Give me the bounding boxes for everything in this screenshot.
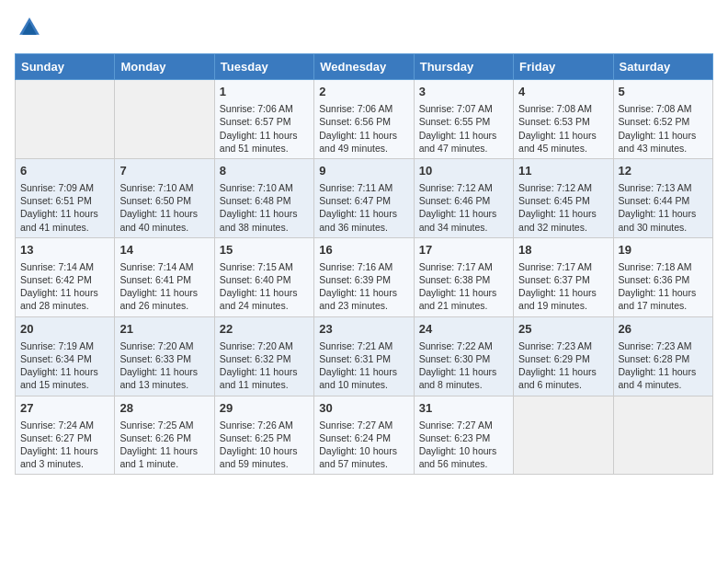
day-number: 27 bbox=[20, 400, 109, 417]
day-info: Sunrise: 7:06 AM bbox=[220, 102, 309, 115]
week-row-4: 20Sunrise: 7:19 AMSunset: 6:34 PMDayligh… bbox=[16, 316, 713, 396]
day-header-sunday: Sunday bbox=[16, 54, 115, 80]
logo bbox=[15, 15, 42, 44]
day-info: Sunrise: 7:20 AM bbox=[119, 339, 209, 352]
calendar-cell: 16Sunrise: 7:16 AMSunset: 6:39 PMDayligh… bbox=[314, 237, 414, 316]
day-info: Daylight: 11 hours and 36 minutes. bbox=[319, 207, 408, 233]
calendar-cell: 22Sunrise: 7:20 AMSunset: 6:32 PMDayligh… bbox=[214, 316, 313, 396]
day-info: Sunrise: 7:08 AM bbox=[619, 102, 708, 115]
day-number: 14 bbox=[119, 242, 209, 259]
calendar-cell: 4Sunrise: 7:08 AMSunset: 6:53 PMDaylight… bbox=[514, 80, 613, 159]
day-info: Sunrise: 7:16 AM bbox=[319, 260, 408, 273]
day-info: Sunrise: 7:22 AM bbox=[419, 339, 508, 352]
day-info: Sunrise: 7:19 AM bbox=[20, 339, 109, 352]
day-info: Sunset: 6:46 PM bbox=[419, 194, 508, 207]
day-header-tuesday: Tuesday bbox=[214, 54, 313, 80]
calendar-cell: 20Sunrise: 7:19 AMSunset: 6:34 PMDayligh… bbox=[16, 316, 115, 396]
day-info: Sunrise: 7:06 AM bbox=[319, 102, 408, 115]
day-info: Daylight: 11 hours and 23 minutes. bbox=[319, 286, 408, 312]
day-number: 31 bbox=[419, 400, 508, 417]
day-header-thursday: Thursday bbox=[414, 54, 513, 80]
day-number: 15 bbox=[220, 242, 309, 259]
week-row-2: 6Sunrise: 7:09 AMSunset: 6:51 PMDaylight… bbox=[16, 158, 713, 237]
day-number: 29 bbox=[220, 400, 309, 417]
day-number: 3 bbox=[419, 84, 508, 100]
day-info: Daylight: 10 hours and 56 minutes. bbox=[419, 444, 508, 470]
day-info: Daylight: 11 hours and 4 minutes. bbox=[619, 365, 708, 391]
day-number: 23 bbox=[319, 321, 408, 338]
header-row: SundayMondayTuesdayWednesdayThursdayFrid… bbox=[16, 54, 713, 80]
day-info: Sunrise: 7:14 AM bbox=[20, 260, 109, 273]
day-number: 22 bbox=[220, 321, 309, 338]
day-info: Sunset: 6:47 PM bbox=[319, 194, 408, 207]
day-info: Sunset: 6:28 PM bbox=[619, 352, 708, 365]
day-header-wednesday: Wednesday bbox=[314, 54, 414, 80]
day-info: Daylight: 11 hours and 19 minutes. bbox=[518, 286, 608, 312]
day-number: 19 bbox=[619, 242, 708, 259]
day-info: Daylight: 11 hours and 40 minutes. bbox=[119, 207, 209, 233]
week-row-3: 13Sunrise: 7:14 AMSunset: 6:42 PMDayligh… bbox=[16, 237, 713, 316]
day-info: Sunset: 6:37 PM bbox=[518, 273, 608, 286]
calendar-cell: 21Sunrise: 7:20 AMSunset: 6:33 PMDayligh… bbox=[115, 316, 214, 396]
day-number: 11 bbox=[518, 163, 608, 179]
day-info: Sunset: 6:24 PM bbox=[319, 431, 408, 444]
calendar-cell: 26Sunrise: 7:23 AMSunset: 6:28 PMDayligh… bbox=[613, 316, 712, 396]
day-info: Sunrise: 7:14 AM bbox=[119, 260, 209, 273]
day-number: 24 bbox=[419, 321, 508, 338]
calendar-cell: 24Sunrise: 7:22 AMSunset: 6:30 PMDayligh… bbox=[414, 316, 513, 396]
day-number: 7 bbox=[119, 163, 209, 179]
calendar-cell: 3Sunrise: 7:07 AMSunset: 6:55 PMDaylight… bbox=[414, 80, 513, 159]
day-info: Sunrise: 7:12 AM bbox=[518, 181, 608, 194]
day-info: Sunset: 6:25 PM bbox=[220, 431, 309, 444]
day-info: Daylight: 10 hours and 57 minutes. bbox=[319, 444, 408, 470]
day-number: 10 bbox=[419, 163, 508, 179]
day-info: Sunset: 6:30 PM bbox=[419, 352, 508, 365]
day-info: Sunrise: 7:12 AM bbox=[419, 181, 508, 194]
day-info: Sunrise: 7:20 AM bbox=[220, 339, 309, 352]
day-info: Sunrise: 7:13 AM bbox=[619, 181, 708, 194]
day-info: Daylight: 11 hours and 11 minutes. bbox=[220, 365, 309, 391]
calendar-cell: 10Sunrise: 7:12 AMSunset: 6:46 PMDayligh… bbox=[414, 158, 513, 237]
calendar-cell: 15Sunrise: 7:15 AMSunset: 6:40 PMDayligh… bbox=[214, 237, 313, 316]
calendar-cell bbox=[514, 396, 613, 475]
day-info: Sunset: 6:36 PM bbox=[619, 273, 708, 286]
day-info: Daylight: 11 hours and 15 minutes. bbox=[20, 365, 109, 391]
day-info: Sunset: 6:33 PM bbox=[119, 352, 209, 365]
day-info: Daylight: 11 hours and 24 minutes. bbox=[220, 286, 309, 312]
day-info: Sunset: 6:27 PM bbox=[20, 431, 109, 444]
page-container: SundayMondayTuesdayWednesdayThursdayFrid… bbox=[0, 0, 728, 484]
day-info: Sunrise: 7:25 AM bbox=[119, 419, 209, 431]
day-info: Sunset: 6:40 PM bbox=[220, 273, 309, 286]
day-number: 9 bbox=[319, 163, 408, 179]
day-info: Sunrise: 7:10 AM bbox=[220, 181, 309, 194]
day-number: 4 bbox=[518, 84, 608, 100]
calendar-cell: 7Sunrise: 7:10 AMSunset: 6:50 PMDaylight… bbox=[115, 158, 214, 237]
calendar-cell: 28Sunrise: 7:25 AMSunset: 6:26 PMDayligh… bbox=[115, 396, 214, 475]
day-info: Sunrise: 7:27 AM bbox=[419, 419, 508, 431]
calendar-cell: 31Sunrise: 7:27 AMSunset: 6:23 PMDayligh… bbox=[414, 396, 513, 475]
day-info: Sunset: 6:48 PM bbox=[220, 194, 309, 207]
calendar-cell: 18Sunrise: 7:17 AMSunset: 6:37 PMDayligh… bbox=[514, 237, 613, 316]
day-info: Sunset: 6:57 PM bbox=[220, 115, 309, 128]
calendar-cell: 2Sunrise: 7:06 AMSunset: 6:56 PMDaylight… bbox=[314, 80, 414, 159]
day-info: Sunrise: 7:07 AM bbox=[419, 102, 508, 115]
day-info: Daylight: 11 hours and 17 minutes. bbox=[619, 286, 708, 312]
day-info: Sunrise: 7:23 AM bbox=[518, 339, 608, 352]
day-number: 1 bbox=[220, 84, 309, 100]
day-header-monday: Monday bbox=[115, 54, 214, 80]
day-number: 6 bbox=[20, 163, 109, 179]
day-info: Daylight: 11 hours and 34 minutes. bbox=[419, 207, 508, 233]
day-number: 20 bbox=[20, 321, 109, 338]
day-info: Sunrise: 7:23 AM bbox=[619, 339, 708, 352]
calendar-cell: 9Sunrise: 7:11 AMSunset: 6:47 PMDaylight… bbox=[314, 158, 414, 237]
calendar-cell: 6Sunrise: 7:09 AMSunset: 6:51 PMDaylight… bbox=[16, 158, 115, 237]
day-number: 8 bbox=[220, 163, 309, 179]
calendar-cell: 8Sunrise: 7:10 AMSunset: 6:48 PMDaylight… bbox=[214, 158, 313, 237]
day-info: Sunset: 6:56 PM bbox=[319, 115, 408, 128]
calendar-cell: 5Sunrise: 7:08 AMSunset: 6:52 PMDaylight… bbox=[613, 80, 712, 159]
day-info: Sunset: 6:52 PM bbox=[619, 115, 708, 128]
day-info: Daylight: 11 hours and 38 minutes. bbox=[220, 207, 309, 233]
day-info: Sunrise: 7:10 AM bbox=[119, 181, 209, 194]
calendar-cell: 19Sunrise: 7:18 AMSunset: 6:36 PMDayligh… bbox=[613, 237, 712, 316]
day-info: Daylight: 11 hours and 13 minutes. bbox=[119, 365, 209, 391]
